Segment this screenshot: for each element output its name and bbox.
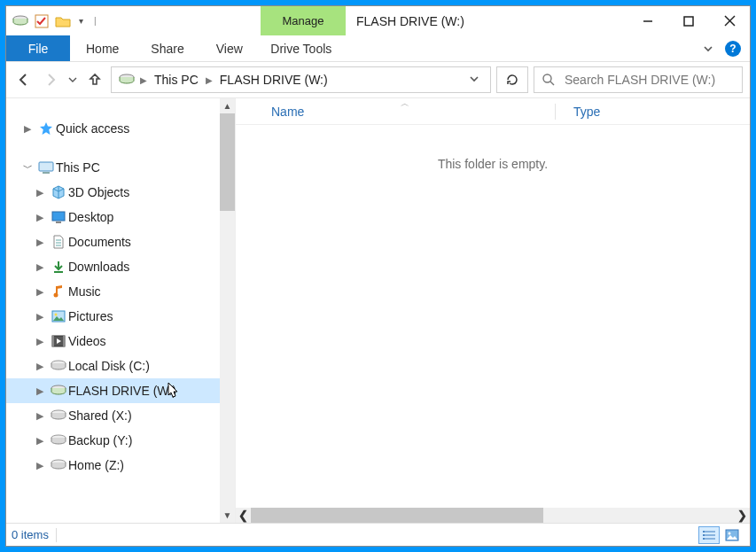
search-input[interactable]: Search FLASH DRIVE (W:) (534, 66, 743, 93)
scroll-up-icon[interactable]: ▲ (220, 98, 235, 113)
chevron-right-icon[interactable]: ▶ (31, 286, 49, 298)
address-history-icon[interactable] (462, 74, 487, 87)
tree-label: Local Disk (C:) (68, 359, 150, 373)
svg-point-17 (54, 293, 58, 298)
qat-customize-icon[interactable]: ▾ (75, 16, 87, 26)
chevron-right-icon[interactable]: ▶ (31, 187, 49, 198)
ribbon-collapse-icon[interactable] (695, 35, 721, 61)
breadcrumb-sep-icon[interactable]: ▶ (204, 75, 214, 85)
tab-view[interactable]: View (200, 35, 259, 61)
pictures-icon (49, 310, 68, 323)
breadcrumb-sep-icon[interactable]: ▶ (138, 75, 149, 85)
tree-item[interactable]: ▶Local Disk (C:) (6, 354, 220, 378)
address-bar[interactable]: ▶ This PC ▶ FLASH DRIVE (W:) (111, 66, 491, 93)
contextual-tab-manage[interactable]: Manage (261, 6, 346, 35)
tree-label: Backup (Y:) (68, 433, 132, 447)
tree-this-pc[interactable]: ﹀ This PC (6, 155, 220, 180)
window-title: FLASH DRIVE (W:) (346, 6, 627, 35)
tree-label: Pictures (68, 309, 113, 323)
svg-rect-22 (63, 336, 65, 346)
content-h-scrollbar[interactable]: ❮ ❯ (236, 508, 750, 523)
status-item-count: 0 items (12, 528, 49, 541)
star-icon (36, 121, 56, 136)
desktop-icon (49, 211, 68, 223)
tree-item[interactable]: ▶Music (6, 279, 220, 304)
folder-icon[interactable] (54, 15, 72, 27)
cursor-icon (167, 382, 181, 403)
videos-icon (49, 335, 68, 347)
disk-icon (49, 409, 68, 422)
chevron-down-icon[interactable]: ﹀ (19, 161, 36, 175)
chevron-right-icon[interactable]: ▶ (19, 123, 36, 135)
chevron-right-icon[interactable]: ▶ (31, 261, 49, 273)
tab-home[interactable]: Home (70, 35, 135, 61)
help-button[interactable]: ? (725, 41, 741, 57)
body: ▶ Quick access ﹀ This PC ▶3D Objects▶Des… (6, 97, 750, 523)
forward-button[interactable] (40, 69, 61, 90)
tree-item[interactable]: ▶Downloads (6, 254, 220, 279)
chevron-right-icon[interactable]: ▶ (31, 311, 49, 323)
empty-folder-message: This folder is empty. (236, 125, 750, 171)
chevron-right-icon[interactable]: ▶ (31, 410, 49, 422)
status-bar: 0 items (6, 523, 750, 546)
chevron-right-icon[interactable]: ▶ (31, 435, 49, 447)
svg-line-8 (550, 82, 554, 85)
tab-drive-tools[interactable]: Drive Tools (259, 35, 344, 61)
tree-item[interactable]: ▶FLASH DRIVE (W:) (6, 378, 220, 403)
close-button[interactable] (709, 6, 750, 35)
breadcrumb-this-pc[interactable]: This PC (149, 73, 204, 87)
tree-item[interactable]: ▶Home (Z:) (6, 453, 220, 478)
chevron-right-icon[interactable]: ▶ (31, 361, 49, 372)
maximize-button[interactable] (668, 6, 709, 35)
minimize-button[interactable] (627, 6, 668, 35)
tree-item[interactable]: ▶Documents (6, 229, 220, 254)
tree-item[interactable]: ▶Shared (X:) (6, 403, 220, 428)
thumbnails-view-button[interactable] (721, 526, 743, 544)
svg-point-31 (703, 531, 705, 533)
scroll-left-icon[interactable]: ❮ (236, 509, 251, 522)
scroll-thumb[interactable] (220, 113, 235, 211)
scroll-right-icon[interactable]: ❯ (735, 509, 750, 522)
scroll-thumb[interactable] (251, 508, 543, 523)
properties-icon[interactable] (33, 14, 51, 28)
tree-label: 3D Objects (68, 185, 129, 199)
view-toggle (698, 526, 743, 544)
file-menu[interactable]: File (6, 35, 70, 61)
chevron-right-icon[interactable]: ▶ (31, 460, 49, 471)
svg-rect-21 (52, 336, 54, 346)
tree-label: Home (Z:) (68, 458, 124, 472)
tree-label: Documents (68, 235, 131, 249)
tab-share[interactable]: Share (135, 35, 199, 61)
drive-icon (12, 15, 29, 27)
usb-icon (49, 385, 68, 397)
column-type[interactable]: Type (556, 105, 600, 119)
up-button[interactable] (84, 69, 105, 90)
scroll-down-icon[interactable]: ▼ (220, 508, 235, 523)
back-button[interactable] (13, 69, 35, 90)
tree-quick-access[interactable]: ▶ Quick access (6, 116, 220, 141)
chevron-right-icon[interactable]: ▶ (31, 385, 49, 397)
chevron-right-icon[interactable]: ▶ (31, 212, 49, 223)
tree-label: Quick access (56, 121, 129, 136)
content-pane: Name ︿ Type This folder is empty. ❮ ❯ (235, 98, 750, 523)
disk-icon (49, 459, 68, 471)
refresh-button[interactable] (496, 66, 528, 93)
column-name[interactable]: Name (236, 105, 555, 119)
status-separator (56, 528, 57, 542)
breadcrumb-current[interactable]: FLASH DRIVE (W:) (214, 73, 333, 87)
sort-indicator-icon: ︿ (401, 97, 409, 110)
recent-locations-icon[interactable] (66, 69, 79, 90)
tree-item[interactable]: ▶Videos (6, 329, 220, 354)
tree-item[interactable]: ▶3D Objects (6, 180, 220, 205)
ribbon-tabs: File Home Share View Drive Tools ? (6, 35, 750, 62)
svg-point-7 (543, 74, 551, 82)
tree-item[interactable]: ▶Pictures (6, 304, 220, 329)
chevron-right-icon[interactable]: ▶ (31, 237, 49, 248)
chevron-right-icon[interactable]: ▶ (31, 336, 49, 347)
nav-scrollbar[interactable]: ▲ ▼ (220, 98, 235, 523)
svg-rect-9 (39, 162, 53, 171)
tree-item[interactable]: ▶Backup (Y:) (6, 428, 220, 453)
tree-item[interactable]: ▶Desktop (6, 205, 220, 229)
3d-icon (49, 185, 68, 199)
details-view-button[interactable] (698, 526, 720, 544)
